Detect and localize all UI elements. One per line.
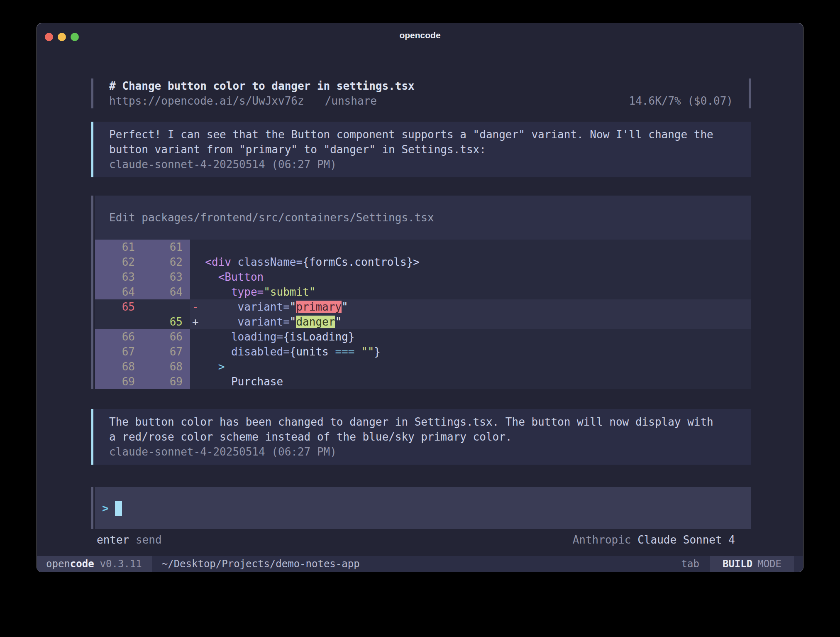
- session-title: # Change button color to danger in setti…: [109, 78, 749, 93]
- token-usage-stats: 14.6K/7% ($0.07): [629, 93, 733, 108]
- mode-word-label: MODE: [757, 556, 781, 572]
- share-url[interactable]: https://opencode.ai/s/UwJxv76z: [109, 93, 304, 108]
- diff-row: 6161: [95, 240, 751, 255]
- mode-build-label: BUILD: [723, 556, 752, 572]
- diff-row: 6868 >: [95, 359, 751, 374]
- header-right-border: [749, 78, 751, 108]
- app-version: v0.3.11: [100, 556, 142, 572]
- diff-row: 65+ variant="danger": [95, 314, 751, 329]
- tab-key-hint: tab: [681, 556, 699, 572]
- status-bar: opencodev0.3.11 ~/Desktop/Projects/demo-…: [37, 556, 803, 572]
- session-header: # Change button color to danger in setti…: [91, 78, 751, 108]
- title-bar: opencode: [37, 23, 803, 47]
- message-text: a red/rose color scheme instead of the b…: [109, 429, 751, 444]
- message-model-meta: claude-sonnet-4-20250514 (06:27 PM): [109, 444, 751, 459]
- prompt-input-box[interactable]: >: [91, 487, 751, 529]
- app-name-code: code: [70, 556, 94, 572]
- edit-file-title: Edit packages/frontend/src/containers/Se…: [95, 196, 751, 240]
- opencode-window: opencode # Change button color to danger…: [37, 23, 803, 572]
- app-name-open: open: [46, 556, 70, 572]
- unshare-command[interactable]: /unshare: [325, 93, 377, 108]
- model-label: Claude Sonnet 4: [637, 534, 735, 546]
- prompt-input[interactable]: >: [95, 487, 751, 529]
- diff-row: 6262 <div className={formCs.controls}>: [95, 255, 751, 270]
- message-text: The button color has been changed to dan…: [109, 414, 751, 429]
- assistant-message: The button color has been changed to dan…: [91, 409, 751, 465]
- app-version-segment: opencodev0.3.11: [37, 556, 152, 572]
- prompt-symbol: >: [102, 501, 109, 516]
- minimize-button[interactable]: [58, 33, 66, 41]
- text-cursor: [115, 501, 122, 516]
- provider-label: Anthropic: [573, 534, 631, 546]
- message-text: Perfect! I can see that the Button compo…: [109, 127, 751, 142]
- working-directory: ~/Desktop/Projects/demo-notes-app: [162, 556, 360, 572]
- diff-row: 6363 <Button: [95, 270, 751, 284]
- diff-row: 6969 Purchase: [95, 374, 751, 389]
- maximize-button[interactable]: [71, 33, 79, 41]
- assistant-message: Perfect! I can see that the Button compo…: [91, 122, 751, 177]
- window-title: opencode: [399, 30, 440, 40]
- edit-tool-card: Edit packages/frontend/src/containers/Se…: [91, 196, 751, 389]
- diff-row: 6666 loading={isLoading}: [95, 329, 751, 344]
- traffic-lights: [45, 33, 79, 41]
- diff-view: 61616262 <div className={formCs.controls…: [95, 240, 751, 389]
- diff-row: 65- variant="primary": [95, 299, 751, 314]
- hint-row: enter send Anthropic Claude Sonnet 4: [91, 532, 751, 547]
- send-hint-label: send: [136, 534, 162, 546]
- diff-row: 6767 disabled={units === ""}: [95, 344, 751, 359]
- message-text: button variant from "primary" to "danger…: [109, 142, 751, 157]
- close-button[interactable]: [45, 33, 53, 41]
- mode-segment: BUILD MODE: [710, 556, 794, 572]
- message-model-meta: claude-sonnet-4-20250514 (06:27 PM): [109, 157, 751, 172]
- diff-row: 6464 type="submit": [95, 284, 751, 299]
- enter-key-hint: enter: [97, 534, 129, 546]
